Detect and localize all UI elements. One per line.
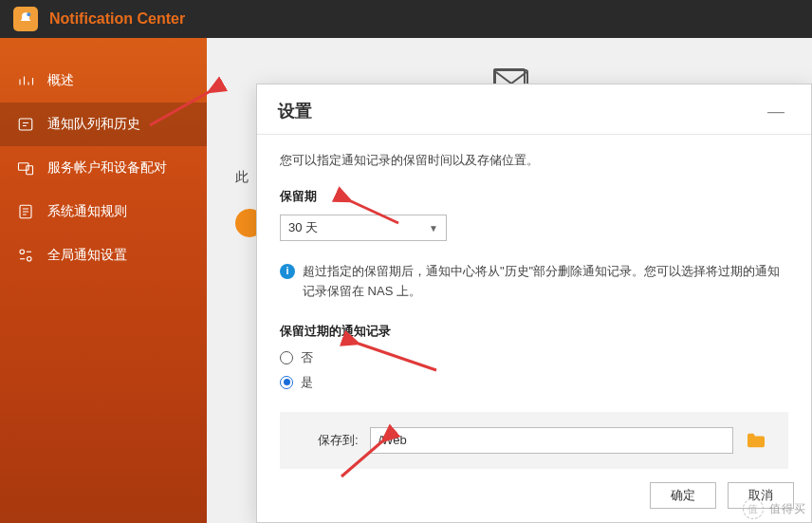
svg-rect-2 — [19, 163, 29, 171]
sidebar-item-system-rules[interactable]: 系统通知规则 — [0, 190, 207, 233]
info-icon: i — [280, 264, 295, 279]
watermark-text: 值得买 — [769, 501, 806, 517]
retain-expired-radio-group: 否 是 — [280, 349, 788, 391]
svg-rect-1 — [19, 119, 32, 130]
sidebar: 概述 通知队列和历史 服务帐户和设备配对 系统通知规则 全局通知设置 — [0, 38, 207, 523]
radio-yes[interactable]: 是 — [280, 374, 788, 391]
browse-folder-button[interactable] — [745, 431, 767, 450]
sidebar-item-label: 通知队列和历史 — [47, 116, 140, 133]
svg-point-6 — [28, 257, 32, 262]
dialog-footer: 确定 取消 — [257, 469, 811, 522]
app-header: Notification Center — [0, 0, 812, 38]
history-icon — [17, 116, 34, 133]
minimize-button[interactable]: — — [762, 102, 790, 121]
info-text: 超过指定的保留期后，通知中心将从"历史"部分删除通知记录。您可以选择将过期的通知… — [303, 262, 788, 302]
save-to-label: 保存到: — [318, 432, 359, 449]
sidebar-item-label: 全局通知设置 — [47, 247, 127, 264]
watermark: 值 值得买 — [743, 498, 806, 519]
settings-icon — [17, 247, 34, 264]
radio-yes-label: 是 — [301, 374, 313, 391]
dialog-header: 设置 — — [257, 84, 811, 135]
app-icon — [13, 7, 38, 31]
retention-label: 保留期 — [280, 188, 788, 205]
rules-icon — [17, 203, 34, 220]
save-to-panel: 保存到: — [280, 412, 788, 469]
sidebar-item-label: 服务帐户和设备配对 — [47, 159, 167, 177]
dialog-description: 您可以指定通知记录的保留时间以及存储位置。 — [280, 152, 788, 169]
chevron-down-icon: ▼ — [429, 223, 438, 233]
ok-button[interactable]: 确定 — [650, 482, 716, 509]
device-pair-icon — [17, 159, 34, 177]
sidebar-item-service-accounts[interactable]: 服务帐户和设备配对 — [0, 146, 207, 190]
sidebar-item-label: 概述 — [47, 72, 74, 89]
radio-icon — [280, 376, 293, 389]
watermark-icon: 值 — [743, 498, 764, 519]
dialog-title: 设置 — [278, 100, 312, 122]
overview-icon — [17, 72, 34, 89]
background-page: 此 — [207, 38, 812, 84]
settings-dialog: 设置 — 您可以指定通知记录的保留时间以及存储位置。 保留期 30 天 ▼ i … — [256, 84, 812, 523]
retention-select[interactable]: 30 天 ▼ — [280, 215, 447, 241]
sidebar-item-overview[interactable]: 概述 — [0, 59, 207, 103]
radio-no-label: 否 — [301, 349, 313, 366]
save-path-input[interactable] — [370, 427, 733, 454]
retention-value: 30 天 — [288, 219, 318, 236]
radio-no[interactable]: 否 — [280, 349, 788, 366]
dialog-body: 您可以指定通知记录的保留时间以及存储位置。 保留期 30 天 ▼ i 超过指定的… — [257, 135, 811, 469]
svg-point-5 — [20, 250, 25, 254]
behind-text: 此 — [235, 169, 249, 186]
svg-point-0 — [27, 12, 30, 16]
sidebar-item-global-settings[interactable]: 全局通知设置 — [0, 233, 207, 277]
expired-label: 保留过期的通知记录 — [280, 323, 788, 340]
sidebar-item-label: 系统通知规则 — [47, 203, 127, 220]
info-row: i 超过指定的保留期后，通知中心将从"历史"部分删除通知记录。您可以选择将过期的… — [280, 262, 788, 302]
content-area: 此 设置 — 您可以指定通知记录的保留时间以及存储位置。 保留期 30 天 ▼ … — [207, 38, 812, 523]
app-title: Notification Center — [49, 10, 185, 28]
folder-icon — [746, 432, 766, 449]
sidebar-item-queue-history[interactable]: 通知队列和历史 — [0, 103, 207, 146]
radio-icon — [280, 351, 293, 364]
